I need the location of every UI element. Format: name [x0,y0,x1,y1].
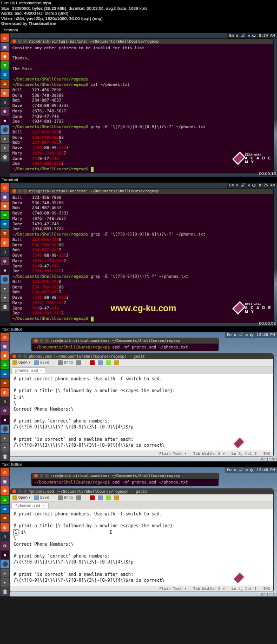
app-icon[interactable]: ▾ [1,144,9,152]
firefox-icon[interactable]: ● [1,52,9,61]
close-icon[interactable] [12,189,16,193]
terminal-icon[interactable]: ▪ [1,415,9,424]
app-icon[interactable]: ▾ [1,135,9,143]
impress-icon[interactable]: ≡ [1,379,9,387]
dash-icon[interactable]: ◎ [1,468,9,477]
undo-button[interactable]: Undo [58,360,73,365]
copy-icon[interactable] [98,360,103,365]
minimize-icon[interactable] [39,339,43,343]
close-icon[interactable] [34,474,38,478]
terminal-icon[interactable]: ▪ [1,551,9,559]
app-icon[interactable]: ⚫ [1,275,9,284]
app-icon[interactable]: ▾ [1,284,9,293]
open-button[interactable]: Open▾ [12,360,31,365]
window-titlebar[interactable]: phones.sed (~/Documents/ShellCourse/rege… [10,354,273,359]
file-tab[interactable]: *phones.sed × [11,502,49,508]
maximize-icon[interactable] [23,489,27,493]
maximize-icon[interactable] [45,474,49,478]
amazon-icon[interactable]: a [1,247,9,256]
maximize-icon[interactable] [23,39,27,43]
window-titlebar[interactable]: *phones.sed (~/Documents/ShellCourse/reg… [10,489,273,494]
impress-icon[interactable]: ≡ [1,514,9,522]
software-icon[interactable]: ◐ [1,89,9,97]
find-icon[interactable] [114,360,119,365]
calc-icon[interactable]: ≡ [1,505,9,513]
syntax-mode[interactable]: Plain Text ▾ [159,587,187,591]
app-icon[interactable]: ▾ [1,569,9,578]
window-titlebar[interactable]: rick@rick-virtual-machine: ~/Documents/S… [10,189,273,194]
close-tab-icon[interactable]: × [42,504,44,508]
trash-icon[interactable]: 🗑 [1,303,9,311]
minimize-icon[interactable] [18,39,22,43]
minimize-icon[interactable] [18,489,22,493]
save-button[interactable]: Save [34,360,49,365]
software-icon[interactable]: ◐ [1,523,9,532]
tab-width[interactable]: Tab Width: 8 ▾ [193,452,225,456]
clock[interactable]: 12:46 PM [256,468,275,472]
close-tab-icon[interactable]: × [40,368,42,373]
app-icon[interactable]: ⚫ [1,425,9,433]
trash-icon[interactable]: 🗑 [1,452,9,461]
writer-icon[interactable]: ≡ [1,211,9,219]
dash-icon[interactable]: ◎ [1,333,9,341]
settings-icon[interactable]: ⚙ [1,541,9,550]
minimize-icon[interactable] [18,354,22,358]
software-icon[interactable]: ◐ [1,238,9,247]
close-icon[interactable] [34,339,38,343]
close-icon[interactable] [12,489,16,493]
indicators[interactable]: En ⇅ 🔊 ✉ ⏻ [229,33,256,38]
settings-icon[interactable]: ⚙ [1,107,9,116]
terminal-output[interactable]: Consider any other pattern to be invalid… [10,44,273,173]
firefox-icon[interactable]: ● [1,486,9,495]
software-icon[interactable]: ◐ [1,388,9,397]
writer-icon[interactable]: ≡ [1,495,9,504]
app-icon[interactable]: ▾ [1,434,9,442]
settings-icon[interactable]: ⚙ [1,406,9,415]
minimize-icon[interactable] [18,189,22,193]
terminal-icon[interactable]: ▪ [1,266,9,274]
indicators[interactable]: En ⇅ 🔊 ✉ ⏻ [229,183,256,187]
app-icon[interactable]: ⚫ [1,125,9,134]
app-icon[interactable]: ▾ [1,293,9,302]
writer-icon[interactable]: ≡ [1,61,9,70]
window-titlebar[interactable]: rick@rick-virtual-machine: ~/Documents/S… [10,39,273,44]
app-icon[interactable]: ▾ [1,578,9,587]
settings-icon[interactable]: ⚙ [1,257,9,265]
firefox-icon[interactable]: ● [1,351,9,360]
files-icon[interactable]: ▣ [1,43,9,51]
firefox-icon[interactable]: ● [1,202,9,210]
dash-icon[interactable]: ◎ [1,33,9,42]
redo-icon[interactable] [76,360,81,365]
dash-icon[interactable]: ◎ [1,183,9,192]
tab-width[interactable]: Tab Width: 8 ▾ [193,587,225,591]
clock[interactable]: 8:24 AM [259,33,275,38]
calc-icon[interactable]: ≡ [1,220,9,229]
files-icon[interactable]: ▣ [1,192,9,201]
find-icon[interactable] [114,495,119,500]
redo-icon[interactable] [76,495,81,500]
close-icon[interactable] [12,39,16,43]
app-icon[interactable]: ▾ [1,443,9,452]
impress-icon[interactable]: ≡ [1,79,9,88]
paste-icon[interactable] [106,495,111,500]
files-icon[interactable]: ▣ [1,477,9,486]
copy-icon[interactable] [98,495,103,500]
cut-icon[interactable] [90,495,95,500]
indicators[interactable]: En ⇅ 🔊 ✉ ⏻ [227,333,254,337]
editor-body[interactable]: # print correct phone numbers. Use with … [10,509,273,586]
files-icon[interactable]: ▣ [1,342,9,351]
calc-icon[interactable]: ≡ [1,70,9,79]
open-button[interactable]: Open▾ [12,495,31,500]
maximize-icon[interactable] [23,354,27,358]
cut-icon[interactable] [90,360,95,365]
trash-icon[interactable]: 🗑 [1,153,9,162]
terminal-icon[interactable]: ▪ [1,116,9,125]
undo-button[interactable]: Undo [58,495,73,500]
syntax-mode[interactable]: Plain Text ▾ [159,452,187,456]
indicators[interactable]: En ⇅ 🔊 ✉ ⏻ [227,468,254,472]
impress-icon[interactable]: ≡ [1,229,9,238]
app-icon[interactable]: ⚫ [1,560,9,568]
file-tab[interactable]: phones.sed × [11,367,46,373]
amazon-icon[interactable]: a [1,532,9,541]
minimize-icon[interactable] [39,474,43,478]
